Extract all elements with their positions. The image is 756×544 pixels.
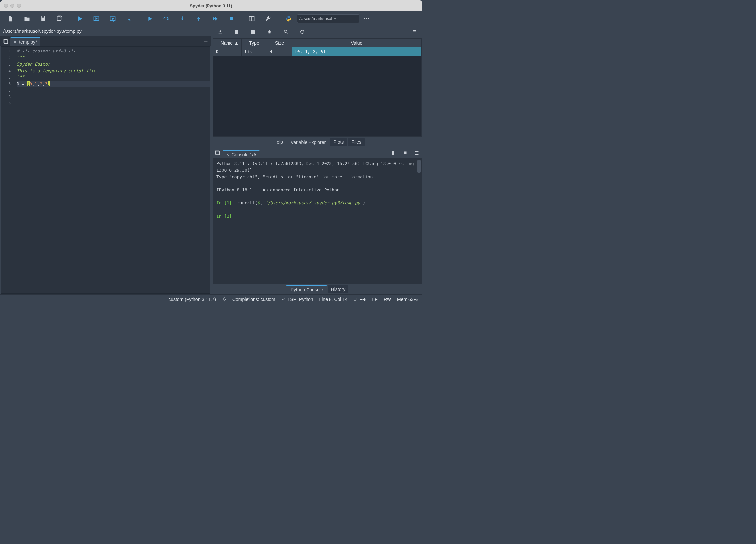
python-path-button[interactable]	[281, 12, 296, 25]
svg-point-6	[364, 18, 365, 19]
import-data-icon[interactable]	[217, 29, 224, 34]
ve-cell-name: D	[213, 47, 242, 56]
editor-tab-label: temp.py*	[19, 39, 37, 45]
breadcrumb: /Users/marksusol/.spyder-py3/temp.py	[0, 26, 211, 36]
save-all-button[interactable]	[52, 12, 68, 25]
ve-header-row: Name▲ Type Size Value	[213, 39, 421, 47]
console-browse-icon[interactable]	[215, 150, 223, 158]
remove-console-icon[interactable]	[390, 150, 396, 156]
new-file-button[interactable]	[3, 12, 18, 25]
close-console-icon[interactable]: ×	[226, 152, 229, 157]
close-window-button[interactable]	[4, 4, 8, 8]
interrupt-kernel-icon[interactable]	[403, 150, 408, 156]
console-output[interactable]: Python 3.11.7 (v3.11.7:fa7a6f2303, Dec 4…	[213, 158, 422, 285]
main-content: /Users/marksusol/.spyder-py3/temp.py × t…	[0, 26, 422, 294]
ve-empty-area	[213, 56, 421, 136]
ve-header-size[interactable]: Size	[267, 39, 292, 47]
status-eol[interactable]: LF	[372, 297, 378, 302]
console-scrollbar[interactable]	[417, 160, 421, 173]
svg-rect-2	[148, 17, 149, 21]
continue-button[interactable]	[207, 12, 223, 25]
console-tab-bar: × Console 1/A	[212, 149, 422, 158]
ve-options-button[interactable]	[411, 29, 418, 34]
step-over-button[interactable]	[158, 12, 174, 25]
refresh-icon[interactable]	[299, 29, 306, 34]
status-encoding[interactable]: UTF-8	[353, 297, 367, 302]
search-var-icon[interactable]	[283, 29, 289, 34]
tab-plots[interactable]: Plots	[330, 138, 347, 146]
ve-row[interactable]: D list 4 [0, 1, 2, 3]	[213, 47, 421, 56]
working-directory-combo[interactable]: /Users/marksusol ▾	[297, 14, 359, 23]
status-completions[interactable]: Completions: custom	[232, 297, 275, 302]
run-selection-button[interactable]	[121, 12, 137, 25]
open-file-button[interactable]	[19, 12, 35, 25]
window-controls	[4, 4, 21, 8]
ve-cell-size: 4	[267, 47, 292, 56]
ve-header-name[interactable]: Name▲	[213, 39, 242, 47]
working-directory-text: /Users/marksusol	[299, 16, 332, 21]
tab-ipython-console[interactable]: IPython Console	[286, 285, 327, 294]
status-cursor[interactable]: Line 8, Col 14	[319, 297, 347, 302]
close-tab-icon[interactable]: ×	[14, 39, 16, 45]
code-editor[interactable]: 1 2 3 4 5 6 7 8 9 # -*- coding: utf-8 -*…	[1, 46, 210, 294]
ve-header-type[interactable]: Type	[242, 39, 267, 47]
tab-files[interactable]: Files	[348, 138, 365, 146]
window-title: Spyder (Python 3.11)	[0, 3, 422, 8]
status-interpreter[interactable]: custom (Python 3.11.7)	[169, 297, 216, 302]
right-upper-tabs: Help Variable Explorer Plots Files	[212, 137, 422, 147]
save-data-as-icon[interactable]	[250, 29, 256, 34]
zoom-window-button[interactable]	[17, 4, 21, 8]
variable-explorer-table: Name▲ Type Size Value D list 4 [0, 1, 2,…	[213, 38, 422, 137]
debug-button[interactable]	[142, 12, 157, 25]
step-into-button[interactable]	[174, 12, 190, 25]
status-bar: custom (Python 3.11.7) Completions: cust…	[0, 294, 422, 304]
ve-header-value[interactable]: Value	[292, 39, 421, 47]
file-switcher-icon[interactable]	[1, 39, 10, 46]
editor-pane: /Users/marksusol/.spyder-py3/temp.py × t…	[0, 26, 212, 294]
save-data-icon[interactable]	[233, 29, 240, 34]
tab-history[interactable]: History	[328, 286, 349, 293]
svg-rect-3	[230, 17, 233, 20]
console-pane: × Console 1/A Python 3.11.7 (v3.11.7:fa7…	[212, 149, 422, 294]
status-memory[interactable]: Mem 63%	[397, 297, 418, 302]
ve-toolbar	[212, 26, 422, 38]
maximize-pane-button[interactable]	[244, 12, 260, 25]
run-cell-advance-button[interactable]	[105, 12, 121, 25]
console-bottom-tabs: IPython Console History	[212, 285, 422, 294]
editor-tab-temp[interactable]: × temp.py*	[10, 37, 40, 46]
stop-debug-button[interactable]	[224, 12, 239, 25]
step-out-button[interactable]	[191, 12, 207, 25]
run-cell-button[interactable]	[89, 12, 104, 25]
sort-asc-icon: ▲	[234, 40, 239, 46]
chevron-down-icon: ▾	[334, 16, 336, 21]
svg-rect-14	[404, 151, 407, 154]
status-lsp[interactable]: LSP: Python	[281, 297, 313, 302]
window-titlebar: Spyder (Python 3.11)	[0, 0, 422, 11]
svg-point-8	[368, 18, 369, 19]
console-tab[interactable]: × Console 1/A	[223, 150, 260, 158]
line-number-gutter: 1 2 3 4 5 6 7 8 9	[1, 47, 14, 293]
status-permissions[interactable]: RW	[384, 297, 391, 302]
save-button[interactable]	[35, 12, 51, 25]
console-banner: Python 3.11.7 (v3.11.7:fa7a6f2303, Dec 4…	[216, 160, 418, 173]
status-kite[interactable]	[222, 297, 227, 302]
editor-tab-bar: × temp.py*	[0, 36, 211, 46]
tab-help[interactable]: Help	[270, 138, 286, 146]
code-area[interactable]: # -*- coding: utf-8 -*- """ Spyder Edito…	[14, 47, 210, 293]
svg-point-7	[366, 18, 367, 19]
minimize-window-button[interactable]	[10, 4, 14, 8]
run-button[interactable]	[72, 12, 88, 25]
main-toolbar: /Users/marksusol ▾	[0, 11, 422, 26]
current-line: D = [0,1,2,3]	[17, 81, 210, 87]
editor-options-button[interactable]	[204, 39, 211, 46]
console-options-button[interactable]	[415, 150, 419, 156]
tab-variable-explorer[interactable]: Variable Explorer	[288, 138, 329, 146]
delete-var-icon[interactable]	[266, 29, 273, 34]
toolbar-overflow-button[interactable]	[360, 15, 373, 22]
preferences-button[interactable]	[260, 12, 276, 25]
svg-point-11	[284, 30, 287, 33]
console-tab-label: Console 1/A	[231, 152, 256, 157]
ve-cell-type: list	[242, 47, 267, 56]
right-pane: Name▲ Type Size Value D list 4 [0, 1, 2,…	[212, 26, 422, 294]
ve-cell-value: [0, 1, 2, 3]	[292, 47, 421, 56]
